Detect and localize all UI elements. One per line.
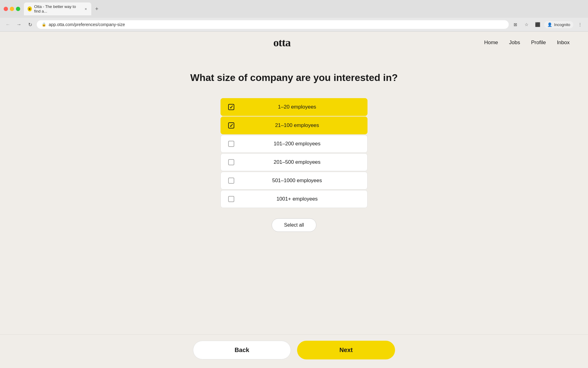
refresh-button[interactable]: ↻ (26, 20, 34, 29)
option-label-501-1000: 501–1000 employees (234, 178, 360, 184)
option-21-100[interactable]: ✓ 21–100 employees (221, 117, 368, 134)
bookmark-icon[interactable]: ☆ (522, 20, 531, 29)
app-logo: otta (273, 36, 290, 49)
url-text: app.otta.com/preferences/company-size (49, 22, 125, 27)
page-title: What size of company are you interested … (190, 72, 398, 83)
browser-titlebar: o Otta - The better way to find a... ✕ + (0, 0, 588, 18)
browser-toolbar: ← → ↻ 🔒 app.otta.com/preferences/company… (0, 18, 588, 31)
incognito-avatar-icon: 👤 (547, 22, 552, 27)
address-bar[interactable]: 🔒 app.otta.com/preferences/company-size (37, 20, 509, 29)
checkbox-101-200 (228, 141, 234, 147)
option-1-20[interactable]: ✓ 1–20 employees (221, 98, 368, 116)
checkmark-icon-2: ✓ (229, 123, 233, 128)
select-all-button[interactable]: Select all (272, 218, 317, 232)
option-501-1000[interactable]: 501–1000 employees (221, 172, 368, 190)
checkbox-1001-plus (228, 196, 234, 202)
option-label-21-100: 21–100 employees (234, 122, 360, 128)
extensions-icon[interactable]: ⬛ (533, 20, 542, 29)
nav-profile[interactable]: Profile (531, 40, 546, 46)
traffic-lights (4, 7, 20, 11)
bottom-bar: Back Next (0, 334, 588, 368)
forward-nav-button[interactable]: → (15, 20, 23, 29)
tab-title: Otta - The better way to find a... (34, 4, 82, 13)
next-button[interactable]: Next (297, 341, 395, 359)
new-tab-button[interactable]: + (92, 5, 101, 13)
browser-chrome: o Otta - The better way to find a... ✕ +… (0, 0, 588, 32)
checkmark-icon: ✓ (229, 104, 233, 110)
tab-favicon: o (28, 6, 32, 11)
back-button[interactable]: Back (193, 341, 291, 359)
checkbox-1-20: ✓ (228, 104, 234, 110)
lock-icon: 🔒 (42, 22, 46, 27)
minimize-button[interactable] (10, 7, 14, 11)
main-nav: Home Jobs Profile Inbox (484, 40, 570, 46)
option-101-200[interactable]: 101–200 employees (221, 135, 368, 153)
option-label-201-500: 201–500 employees (234, 159, 360, 165)
nav-home[interactable]: Home (484, 40, 498, 46)
option-1001-plus[interactable]: 1001+ employees (221, 190, 368, 208)
options-container: ✓ 1–20 employees ✓ 21–100 employees 101–… (221, 98, 368, 232)
option-label-1-20: 1–20 employees (234, 104, 360, 110)
nav-jobs[interactable]: Jobs (509, 40, 520, 46)
option-201-500[interactable]: 201–500 employees (221, 153, 368, 171)
maximize-button[interactable] (16, 7, 20, 11)
back-nav-button[interactable]: ← (4, 20, 12, 29)
checkbox-21-100: ✓ (228, 122, 234, 128)
tab-bar: o Otta - The better way to find a... ✕ + (24, 2, 575, 15)
option-label-101-200: 101–200 employees (234, 141, 360, 147)
checkbox-501-1000 (228, 178, 234, 184)
incognito-label: Incognito (554, 22, 570, 27)
close-button[interactable] (4, 7, 8, 11)
tab-close-button[interactable]: ✕ (84, 7, 88, 11)
cast-icon[interactable]: ⊠ (511, 20, 520, 29)
option-label-1001-plus: 1001+ employees (234, 196, 360, 202)
app-header: otta Home Jobs Profile Inbox (0, 32, 588, 54)
menu-icon[interactable]: ⋮ (576, 20, 584, 29)
checkbox-201-500 (228, 159, 234, 165)
nav-inbox[interactable]: Inbox (557, 40, 570, 46)
toolbar-actions: ⊠ ☆ ⬛ 👤 Incognito ⋮ (511, 20, 584, 29)
main-content: What size of company are you interested … (0, 54, 588, 232)
browser-tab[interactable]: o Otta - The better way to find a... ✕ (24, 2, 91, 15)
incognito-badge: 👤 Incognito (544, 21, 573, 28)
app-container: otta Home Jobs Profile Inbox What size o… (0, 32, 588, 368)
